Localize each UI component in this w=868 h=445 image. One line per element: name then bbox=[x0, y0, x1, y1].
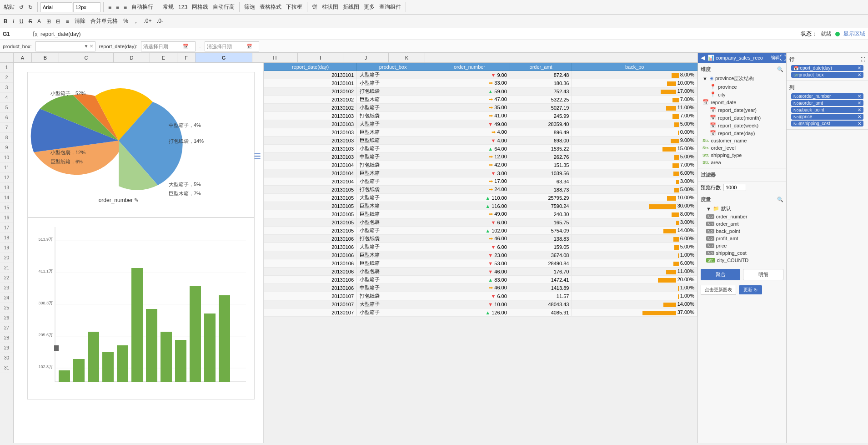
measure-city-countd[interactable]: Str. city_COUNTD bbox=[704, 257, 783, 264]
measure-price[interactable]: No price bbox=[704, 242, 783, 249]
area-item[interactable]: Str. area bbox=[701, 159, 783, 166]
row-tag-1[interactable]: 📅 report_date(day) ✕ bbox=[791, 65, 863, 71]
font-family-input[interactable] bbox=[40, 2, 72, 12]
undo-btn[interactable]: ↺ bbox=[17, 3, 25, 11]
default-expand[interactable]: ▼ 📁 默认 bbox=[704, 204, 783, 213]
date-from-input[interactable] bbox=[143, 44, 182, 49]
report-date-year-item[interactable]: 📅 report_date(year) bbox=[701, 106, 783, 114]
measure-profit[interactable]: No profit_amt bbox=[704, 235, 783, 242]
percent-btn[interactable]: % bbox=[121, 17, 130, 25]
chart-table-area: ☰ bbox=[14, 63, 697, 443]
col-tag-3[interactable]: No ⊞ back_point ✕ bbox=[791, 107, 863, 113]
report-date-week-item[interactable]: 📅 report_date(week) bbox=[701, 121, 783, 129]
row-expand-icon[interactable]: ⛶ bbox=[861, 57, 865, 62]
back-pt-bar bbox=[678, 294, 679, 299]
query-btn[interactable]: 查询组件 bbox=[377, 2, 403, 12]
date-to-input[interactable] bbox=[207, 44, 246, 49]
font-size-input[interactable] bbox=[73, 2, 100, 12]
table-format-btn[interactable]: 表格格式 bbox=[258, 2, 283, 12]
search-icon[interactable]: 🔍 bbox=[777, 66, 783, 72]
strikethrough-btn[interactable]: S bbox=[27, 17, 34, 25]
filter-dropdown-icon[interactable]: ▼ bbox=[84, 44, 89, 49]
clear-btn[interactable]: 清除 bbox=[73, 16, 87, 26]
increase-dec-btn[interactable]: .0+ bbox=[142, 17, 154, 25]
col-tag-1[interactable]: No ⊞ order_number ✕ bbox=[791, 93, 863, 99]
measure-back-point[interactable]: No back_point bbox=[704, 228, 783, 235]
auto-wrap-btn[interactable]: 自动换行 bbox=[130, 2, 155, 12]
outdent-btn[interactable]: ⊟ bbox=[54, 17, 62, 25]
col-tag-2[interactable]: No ⊞ order_amt ✕ bbox=[791, 100, 863, 106]
cell-order-amt: 1413.89 bbox=[510, 284, 572, 292]
calendar2-icon[interactable]: 📅 bbox=[246, 44, 252, 49]
click-update-chart-btn[interactable]: 点击更新图表 bbox=[701, 285, 736, 295]
trend-arrow: ▲ bbox=[488, 146, 493, 152]
edit-datasource-btn[interactable]: 编辑 bbox=[771, 55, 780, 61]
calendar-icon[interactable]: 📅 bbox=[183, 44, 188, 49]
col-tag-1-close[interactable]: ✕ bbox=[858, 94, 861, 99]
back-pt-bar bbox=[674, 155, 679, 160]
col-tag-5-close[interactable]: ✕ bbox=[858, 121, 861, 126]
measure-order-amt[interactable]: No order_amt bbox=[704, 220, 783, 228]
col-tag-4-close[interactable]: ✕ bbox=[858, 114, 861, 119]
customer-name-item[interactable]: Str. customer_name bbox=[701, 137, 783, 144]
decrease-dec-btn[interactable]: .0- bbox=[155, 17, 165, 25]
product-box-filter-wrap[interactable]: ▼ ✕ bbox=[35, 41, 95, 51]
bar-btn[interactable]: 柱状图 bbox=[320, 2, 340, 12]
num-btn[interactable]: 123 bbox=[176, 3, 189, 11]
update-btn[interactable]: 更新 ↻ bbox=[739, 285, 762, 294]
date-to-wrap[interactable]: 📅 bbox=[205, 41, 259, 51]
list-btn[interactable]: ≡ bbox=[64, 17, 71, 25]
preview-count-input[interactable] bbox=[723, 184, 746, 191]
date-from-wrap[interactable]: 📅 bbox=[141, 41, 196, 51]
redo-btn[interactable]: ↻ bbox=[26, 3, 35, 11]
collapse-left-btn[interactable]: ◀ bbox=[698, 53, 707, 63]
underline-btn[interactable]: U bbox=[18, 17, 25, 25]
search-measure-icon[interactable]: 🔍 bbox=[777, 197, 783, 202]
product-box-filter-input[interactable] bbox=[38, 44, 83, 49]
filter-btn[interactable]: 筛选 bbox=[242, 2, 257, 12]
row-tag-2[interactable]: Str product_box ✕ bbox=[791, 72, 863, 78]
align-center-btn[interactable]: ≡ bbox=[114, 3, 121, 11]
no-badge-3: No bbox=[706, 229, 714, 233]
expand-btn[interactable]: ⛶ bbox=[780, 54, 786, 61]
col-tag-5[interactable]: No ⊞ shipping_cost ✕ bbox=[791, 121, 863, 126]
line-btn[interactable]: 折线图 bbox=[341, 2, 361, 12]
filter-clear-icon[interactable]: ✕ bbox=[90, 44, 93, 49]
indent-btn[interactable]: ⊞ bbox=[45, 17, 53, 25]
align-right-btn[interactable]: ≡ bbox=[122, 3, 129, 11]
dropdown-btn[interactable]: 下拉框 bbox=[284, 2, 304, 12]
col-tag-3-close[interactable]: ✕ bbox=[858, 107, 861, 112]
merge-btn[interactable]: 合并单元格 bbox=[89, 16, 120, 26]
col-tag-2-close[interactable]: ✕ bbox=[858, 101, 861, 106]
measure-order-number[interactable]: No order_number bbox=[704, 213, 783, 220]
measure-shipping[interactable]: No shipping_cost bbox=[704, 249, 783, 257]
bold-btn[interactable]: B bbox=[2, 17, 10, 25]
report-date-item[interactable]: 📅 report_date bbox=[701, 98, 783, 106]
row-tag-2-close[interactable]: ✕ bbox=[858, 72, 861, 77]
city-item[interactable]: 📍 city bbox=[701, 91, 783, 98]
paste-btn[interactable]: 粘贴 bbox=[2, 2, 16, 12]
row-tag-1-close[interactable]: ✕ bbox=[858, 66, 861, 71]
align-left-btn[interactable]: ≡ bbox=[106, 3, 113, 11]
cell-back-pt: 30.00% bbox=[572, 202, 697, 210]
hamburger-icon[interactable]: ☰ bbox=[254, 152, 261, 162]
shipping-type-item[interactable]: Str. shipping_type bbox=[701, 152, 783, 159]
report-date-day-item[interactable]: 📅 report_date(day) bbox=[701, 129, 783, 137]
aggregate-btn[interactable]: 聚合 bbox=[701, 269, 740, 280]
col-tag-4[interactable]: No ⊞ price ✕ bbox=[791, 114, 863, 120]
col-I: I bbox=[298, 53, 343, 62]
auto-row-btn[interactable]: 自动行高 bbox=[211, 2, 236, 12]
grid-btn[interactable]: 网格线 bbox=[190, 2, 210, 12]
normal-format-btn[interactable]: 常规 bbox=[161, 2, 176, 12]
order-level-item[interactable]: Str. order_level bbox=[701, 144, 783, 152]
province-item[interactable]: 📍 province bbox=[701, 83, 783, 91]
report-date-month-item[interactable]: 📅 report_date(month) bbox=[701, 114, 783, 121]
pie-btn[interactable]: 饼 bbox=[310, 2, 319, 12]
hierarchy-item[interactable]: ▼ ⊞ province层次结构 bbox=[701, 74, 783, 83]
comma-btn[interactable]: ， bbox=[131, 16, 140, 26]
italic-btn[interactable]: I bbox=[11, 17, 16, 25]
detail-btn[interactable]: 明细 bbox=[743, 269, 783, 280]
font-color-btn[interactable]: A bbox=[35, 17, 43, 25]
more-btn[interactable]: 更多 bbox=[362, 2, 376, 12]
cell-order-num: ▼ 6.00 bbox=[429, 218, 510, 227]
